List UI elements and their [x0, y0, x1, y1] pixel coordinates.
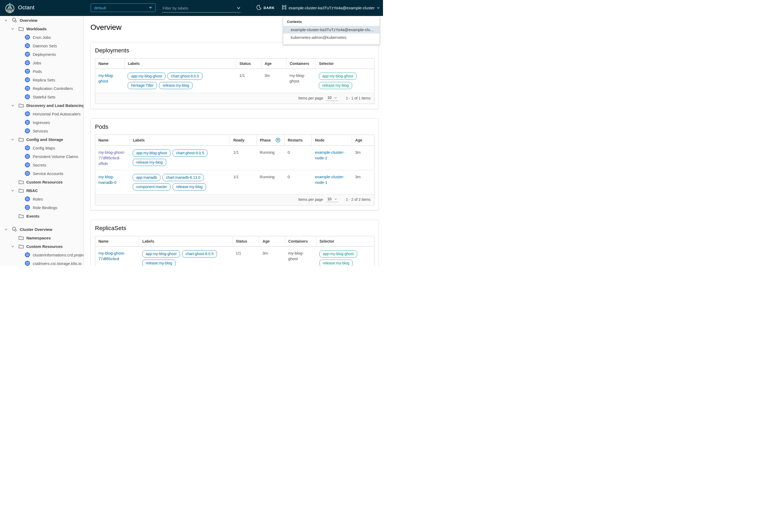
column-header-name: Name — [95, 59, 124, 69]
sidebar-item-overview[interactable]: Overview — [0, 16, 84, 24]
column-header-labels: Labels — [124, 59, 236, 69]
resource-link[interactable]: my-blog-mariadb-0 — [98, 174, 116, 185]
sidebar-item-clusterinformations-crd[interactable]: clusterinformations.crd.projec — [0, 251, 84, 259]
chevron-down-icon[interactable] — [11, 189, 14, 192]
chevron-down-icon[interactable] — [11, 27, 14, 31]
context-switcher[interactable]: example-cluster-ka3TuTzYo4a@example-clus… — [282, 5, 380, 11]
sidebar-item-discovery-folder[interactable]: Discovery and Load Balancing — [0, 101, 84, 110]
chevron-down-icon[interactable] — [4, 227, 8, 231]
datagrid: NameLabelsStatusAgeContainersSelectormy-… — [95, 58, 374, 104]
sidebar-item-deployments[interactable]: Deployments — [0, 50, 84, 59]
events-folder-icon — [18, 213, 24, 219]
sidebar-item-persistent-volume-claims[interactable]: Persistent Volume Claims — [0, 152, 84, 161]
sidebar-item-ingresses[interactable]: Ingresses — [0, 118, 84, 127]
config-storage-folder-icon — [18, 136, 24, 142]
cell-labels: app:my-blog-ghostchart:ghost-8.0.5releas… — [130, 146, 230, 170]
chevron-down-icon[interactable] — [4, 18, 8, 22]
cell-labels: app:mariadbchart:mariadb-6.13.0component… — [130, 170, 230, 194]
column-header-containers: Containers — [286, 59, 316, 69]
sidebar-item-events-folder[interactable]: Events — [0, 212, 84, 220]
sidebar-item-label: Cron Jobs — [33, 35, 51, 40]
sidebar-item-label: Persistent Volume Claims — [33, 154, 78, 159]
roles-icon — [24, 196, 30, 202]
csidrivers-crd-icon — [24, 260, 30, 266]
context-menu-item-selected[interactable]: example-cluster-ka3TuTzYo4a@example-clu… — [283, 26, 380, 34]
sidebar-item-roles[interactable]: Roles — [0, 195, 84, 203]
octant-logo-icon — [4, 2, 16, 14]
label-filter — [162, 4, 241, 13]
sidebar-item-workloads-folder[interactable]: Workloads — [0, 24, 84, 33]
column-header-node: Node — [312, 135, 352, 146]
app-title: Octant — [18, 5, 35, 11]
selector-tag: app:my-blog-ghost — [319, 250, 357, 257]
sidebar-item-services[interactable]: Services — [0, 127, 84, 135]
label-tag: chart:mariadb-6.13.0 — [163, 174, 204, 181]
page-size-select[interactable]: 10 — [326, 95, 339, 101]
label-filter-input[interactable] — [162, 4, 235, 12]
namespace-select[interactable]: default — [91, 3, 156, 12]
column-header-labels: Labels — [130, 135, 230, 146]
column-header-age: Age — [261, 59, 286, 69]
datagrid-footer: Items per page101 - 1 of 1 items — [95, 93, 374, 104]
cell-value: 3m — [352, 170, 374, 194]
overview-icon — [11, 17, 17, 23]
cell-value: 1/1 — [232, 247, 259, 266]
sidebar-item-pods[interactable]: Pods — [0, 67, 84, 76]
column-header-label: Restarts — [288, 138, 303, 142]
sidebar-item-namespaces-folder[interactable]: Namespaces — [0, 234, 84, 242]
sidebar-item-csidrivers-crd[interactable]: csidrivers.csi.storage.k8s.io — [0, 259, 84, 266]
card-title: Pods — [95, 123, 374, 130]
label-filter-chevron-icon[interactable] — [236, 6, 241, 11]
config-maps-icon — [24, 145, 30, 151]
sidebar-item-stateful-sets[interactable]: Stateful Sets — [0, 93, 84, 101]
sidebar-item-cluster-custom-resources-folder[interactable]: Custom Resources — [0, 242, 84, 251]
column-header-name: Name — [95, 135, 130, 146]
column-header-label: Labels — [133, 138, 145, 142]
sidebar-item-cluster-overview[interactable]: Cluster Overview — [0, 225, 84, 234]
cluster-overview-icon — [11, 226, 17, 232]
label-tag: app:my-blog-ghost — [142, 250, 180, 257]
sidebar-item-role-bindings[interactable]: Role Bindings — [0, 203, 84, 212]
chevron-down-icon[interactable] — [11, 103, 14, 107]
sidebar-item-config-storage-folder[interactable]: Config and Storage — [0, 135, 84, 144]
sidebar-item-rbac-folder[interactable]: RBAC — [0, 186, 84, 195]
resource-link[interactable]: my-blog-ghost — [98, 73, 114, 83]
sidebar-item-replication-controllers[interactable]: Replication Controllers — [0, 84, 84, 93]
context-menu-item[interactable]: kubernetes-admin@kubernetes — [283, 34, 380, 41]
sidebar-item-replica-sets[interactable]: Replica Sets — [0, 76, 84, 84]
page-size-select[interactable]: 10 — [326, 197, 339, 202]
cell-selectors: app:my-blog-ghostrelease:my-blog — [316, 69, 374, 93]
column-header-status: Status — [236, 59, 261, 69]
chevron-down-icon[interactable] — [11, 244, 14, 248]
sidebar-item-label: Horizontal Pod Autoscalers — [33, 112, 81, 116]
sidebar-item-config-maps[interactable]: Config Maps — [0, 144, 84, 152]
sidebar-item-cron-jobs[interactable]: Cron Jobs — [0, 33, 84, 41]
services-icon — [24, 128, 30, 134]
sidebar-item-daemon-sets[interactable]: Daemon Sets — [0, 41, 84, 50]
sidebar-item-label: Config Maps — [33, 146, 55, 150]
sidebar-item-label: Overview — [20, 18, 38, 23]
column-header-ready: Ready — [230, 135, 257, 146]
resource-link[interactable]: example-cluster-node-2 — [315, 150, 344, 160]
sidebar-item-service-accounts[interactable]: Service Accounts — [0, 169, 84, 178]
sidebar-item-label: Pods — [33, 69, 42, 74]
column-header-label: Name — [98, 138, 109, 142]
label-tag: release:my-blog — [173, 183, 206, 190]
theme-toggle[interactable]: DARK — [256, 5, 275, 11]
sidebar-item-jobs[interactable]: Jobs — [0, 59, 84, 67]
sidebar-item-secrets[interactable]: Secrets — [0, 161, 84, 169]
cell-value: Running — [256, 170, 284, 194]
resource-link[interactable]: my-blog-ghost-77df85c6cd-vf6dx — [98, 150, 125, 166]
sidebar-item-custom-resources-folder[interactable]: Custom Resources — [0, 178, 84, 186]
label-tag: release:my-blog — [159, 82, 193, 89]
chevron-down-icon[interactable] — [11, 138, 14, 141]
resource-link[interactable]: example-cluster-node-1 — [315, 174, 344, 185]
table-row: my-blog-ghostapp:my-blog-ghostchart:ghos… — [95, 69, 374, 93]
column-header-label: Phase — [260, 138, 271, 142]
app-header: Octant default DARK example-cluster-ka3T… — [0, 0, 383, 16]
sidebar-item-label: Stateful Sets — [33, 95, 55, 99]
filter-funnel-icon[interactable] — [276, 138, 280, 143]
sidebar-item-horizontal-pod-autoscalers[interactable]: Horizontal Pod Autoscalers — [0, 110, 84, 118]
resource-link[interactable]: my-blog-ghost-77df85c6cd — [98, 251, 125, 261]
cell-labels: app:my-blog-ghostchart:ghost-8.0.5herita… — [124, 69, 236, 93]
